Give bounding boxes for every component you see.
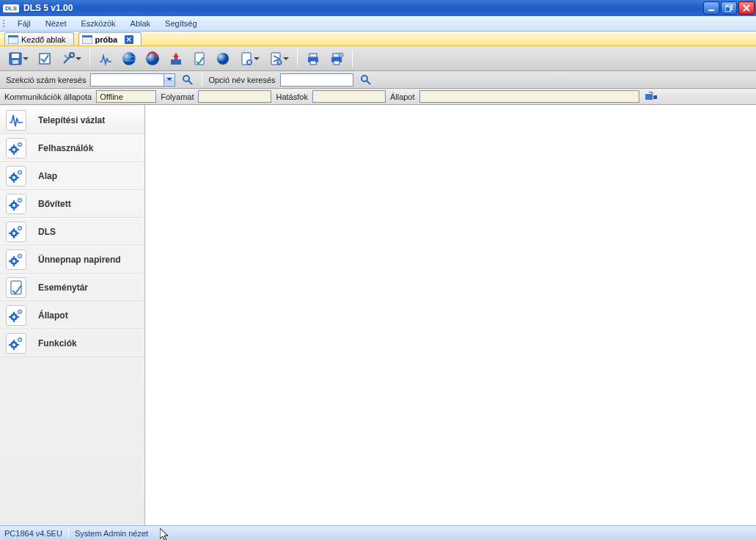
tab-icon (82, 35, 92, 44)
svg-rect-80 (17, 316, 19, 318)
page-check-icon (6, 277, 26, 298)
svg-rect-33 (653, 95, 657, 99)
sidebar-item-label: Bővített (38, 199, 71, 209)
option-search-input[interactable] (280, 73, 353, 87)
sidebar: Telepítési vázlat Felhasználók Alap Bőví… (0, 105, 145, 525)
menubar: Fájl Nézet Eszközök Ablak Segítség (0, 16, 756, 32)
sidebar-item-basic[interactable]: Alap (0, 162, 144, 190)
menu-view[interactable]: Nézet (38, 16, 74, 31)
sidebar-item-label: Funkciók (38, 338, 77, 349)
svg-rect-60 (13, 228, 15, 230)
sidebar-item-install-sketch[interactable]: Telepítési vázlat (0, 106, 144, 134)
sidebar-item-functions[interactable]: Funkciók (0, 329, 144, 357)
gear-icon (6, 249, 26, 270)
tab-proba[interactable]: próba ✕ (78, 32, 142, 45)
section-search-button[interactable] (180, 73, 196, 87)
svg-point-73 (19, 255, 21, 257)
tab-start[interactable]: Kezdő ablak (4, 32, 74, 45)
save-button[interactable] (4, 48, 32, 69)
menu-tools[interactable]: Eszközök (73, 16, 122, 31)
svg-rect-78 (13, 320, 15, 322)
svg-rect-36 (13, 145, 15, 147)
menu-help[interactable]: Segítség (158, 16, 204, 31)
svg-rect-85 (13, 340, 15, 342)
svg-point-41 (19, 144, 21, 145)
section-search-input[interactable] (90, 73, 164, 87)
checkbox-button[interactable] (34, 48, 56, 69)
comm-status-label: Kommunikációk állapota (4, 92, 92, 101)
svg-point-51 (12, 204, 15, 207)
page-check-button[interactable] (188, 48, 210, 69)
svg-point-49 (19, 172, 21, 173)
sidebar-item-advanced[interactable]: Bővített (0, 190, 144, 218)
statusbar: PC1864 v4.5EU System Admin nézet (0, 525, 756, 540)
menu-window[interactable]: Ablak (123, 16, 158, 31)
svg-rect-70 (9, 260, 11, 262)
menu-file[interactable]: Fájl (10, 16, 38, 31)
svg-point-35 (12, 148, 15, 151)
svg-point-14 (146, 52, 159, 65)
svg-point-90 (19, 339, 21, 340)
print-setup-button[interactable] (326, 48, 348, 69)
svg-rect-37 (13, 153, 15, 155)
svg-rect-39 (17, 149, 19, 150)
comm-icon[interactable] (644, 90, 658, 103)
svg-rect-16 (171, 59, 181, 65)
svg-rect-71 (17, 260, 19, 262)
svg-rect-61 (13, 236, 15, 238)
svg-point-84 (12, 343, 15, 346)
svg-rect-53 (13, 208, 15, 211)
svg-rect-68 (13, 256, 15, 258)
svg-rect-77 (13, 312, 15, 314)
section-search-combo[interactable] (90, 73, 175, 87)
sidebar-item-label: Ünnepnap napirend (38, 255, 121, 265)
page-config-button[interactable] (265, 48, 293, 69)
svg-point-82 (19, 311, 21, 313)
sidebar-item-label: Eseménytár (38, 282, 88, 293)
svg-rect-9 (12, 60, 18, 64)
view-mode: System Admin nézet (75, 529, 148, 538)
svg-rect-6 (82, 35, 92, 37)
option-search-button[interactable] (358, 73, 374, 87)
gear-icon (6, 166, 26, 186)
svg-point-11 (70, 53, 74, 57)
svg-rect-23 (309, 54, 317, 57)
svg-point-57 (19, 200, 21, 201)
svg-rect-0 (708, 10, 714, 11)
world-small-button[interactable] (212, 48, 234, 69)
signal-button[interactable] (95, 48, 117, 69)
tab-close-button[interactable]: ✕ (125, 35, 133, 44)
sidebar-item-event-log[interactable]: Eseménytár (0, 274, 144, 302)
sidebar-item-dls[interactable]: DLS (0, 218, 144, 246)
statusbar-separator (68, 528, 69, 539)
app-badge: DLS (3, 4, 19, 12)
gear-icon (6, 222, 26, 242)
sidebar-item-users[interactable]: Felhasználók (0, 134, 144, 162)
svg-rect-79 (9, 316, 11, 318)
globe-sync-button[interactable] (142, 48, 164, 69)
gear-icon (6, 138, 26, 158)
section-dropdown-button[interactable] (164, 73, 175, 87)
page-del-button[interactable] (235, 48, 263, 69)
svg-rect-46 (9, 177, 11, 178)
svg-rect-25 (310, 61, 316, 65)
svg-rect-63 (17, 233, 19, 234)
svg-rect-55 (17, 205, 19, 206)
globe-button[interactable] (118, 48, 140, 69)
sidebar-item-holiday-schedule[interactable]: Ünnepnap napirend (0, 246, 144, 274)
sidebar-item-status[interactable]: Állapot (0, 302, 144, 329)
svg-rect-54 (9, 205, 11, 206)
minimize-button[interactable] (703, 1, 719, 15)
tools-button[interactable] (57, 48, 85, 69)
panel-model: PC1864 v4.5EU (4, 529, 62, 538)
option-search-label: Opció név keresés (208, 76, 275, 84)
waveform-icon (6, 110, 26, 131)
content-area (145, 105, 756, 525)
restore-button[interactable] (721, 1, 737, 15)
svg-rect-32 (645, 94, 653, 100)
upload-button[interactable] (165, 48, 187, 69)
svg-rect-38 (9, 149, 11, 150)
print-button[interactable] (302, 48, 324, 69)
close-button[interactable] (738, 1, 755, 15)
svg-rect-28 (334, 61, 340, 65)
